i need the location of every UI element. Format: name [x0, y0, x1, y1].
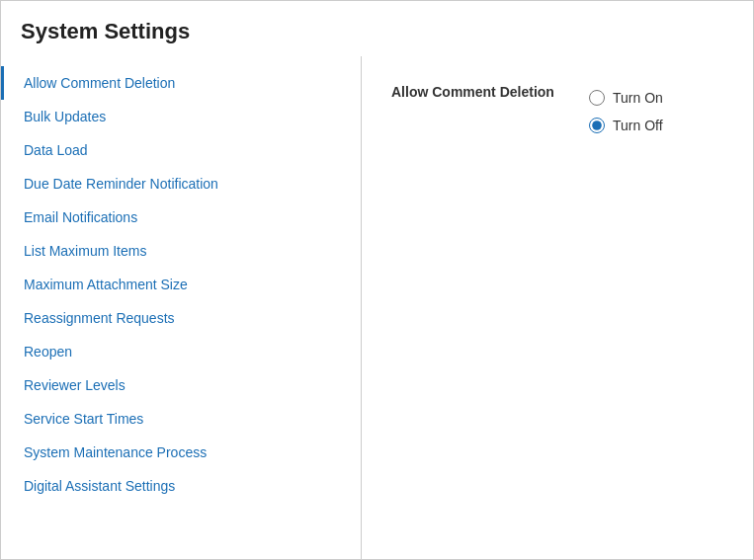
sidebar-item-bulk-updates[interactable]: Bulk Updates [1, 100, 361, 133]
page-title: System Settings [1, 1, 753, 56]
sidebar-item-due-date-reminder-notification[interactable]: Due Date Reminder Notification [1, 167, 361, 200]
turn-off-radio[interactable] [589, 118, 605, 133]
turn-on-radio[interactable] [589, 90, 605, 106]
sidebar-item-list-maximum-items[interactable]: List Maximum Items [1, 234, 361, 268]
sidebar-item-email-notifications[interactable]: Email Notifications [1, 200, 361, 234]
setting-row: Allow Comment Deletion Turn On Turn Off [391, 84, 723, 139]
sidebar-item-data-load[interactable]: Data Load [1, 133, 361, 167]
sidebar-item-system-maintenance-process[interactable]: System Maintenance Process [1, 436, 361, 469]
content-area: Allow Comment DeletionBulk UpdatesData L… [1, 56, 753, 559]
sidebar-item-reopen[interactable]: Reopen [1, 335, 361, 368]
sidebar-item-service-start-times[interactable]: Service Start Times [1, 402, 361, 436]
turn-off-option[interactable]: Turn Off [589, 112, 663, 139]
sidebar-item-reviewer-levels[interactable]: Reviewer Levels [1, 368, 361, 402]
sidebar-item-digital-assistant-settings[interactable]: Digital Assistant Settings [1, 469, 361, 503]
turn-off-label: Turn Off [613, 118, 663, 133]
main-content: Allow Comment Deletion Turn On Turn Off [362, 56, 753, 559]
sidebar-item-reassignment-requests[interactable]: Reassignment Requests [1, 301, 361, 335]
sidebar: Allow Comment DeletionBulk UpdatesData L… [1, 56, 362, 559]
setting-label: Allow Comment Deletion [391, 84, 569, 100]
turn-on-option[interactable]: Turn On [589, 84, 663, 112]
sidebar-item-allow-comment-deletion[interactable]: Allow Comment Deletion [1, 66, 361, 100]
turn-on-label: Turn On [613, 90, 663, 106]
radio-group: Turn On Turn Off [589, 84, 663, 139]
sidebar-item-maximum-attachment-size[interactable]: Maximum Attachment Size [1, 268, 361, 301]
page-container: System Settings Allow Comment DeletionBu… [0, 0, 754, 560]
